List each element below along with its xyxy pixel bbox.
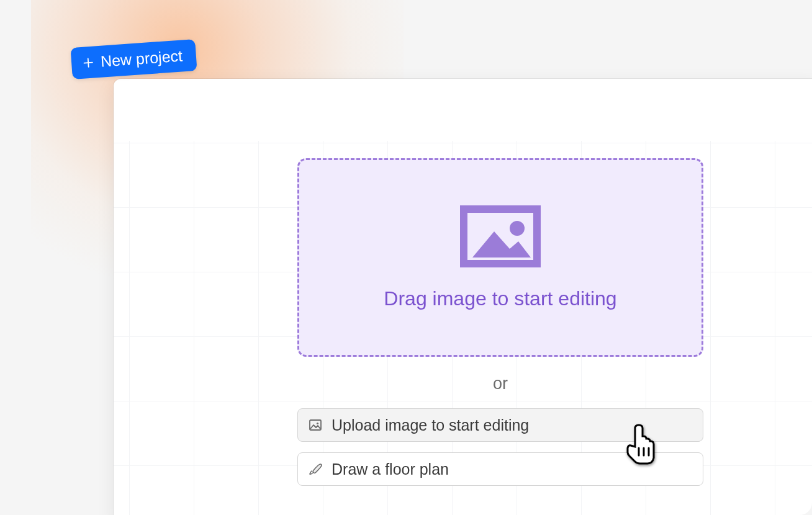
plus-icon	[82, 56, 95, 69]
upload-image-label: Upload image to start editing	[332, 416, 529, 434]
draw-floor-plan-label: Draw a floor plan	[332, 460, 449, 478]
svg-rect-6	[310, 420, 321, 430]
svg-point-7	[317, 423, 318, 424]
upload-image-button[interactable]: Upload image to start editing	[297, 408, 703, 442]
image-icon	[460, 205, 541, 267]
svg-line-1	[84, 62, 92, 63]
dropzone-prompt: Drag image to start editing	[384, 287, 616, 310]
image-icon	[308, 418, 323, 432]
image-dropzone[interactable]: Drag image to start editing	[297, 158, 703, 357]
separator-text: or	[297, 374, 703, 393]
draw-floor-plan-button[interactable]: Draw a floor plan	[297, 452, 703, 486]
brush-icon	[308, 462, 323, 477]
canvas-panel: Drag image to start editing or Upload im…	[114, 79, 812, 515]
svg-point-4	[510, 221, 525, 236]
new-project-button[interactable]: New project	[70, 39, 197, 79]
new-project-label: New project	[100, 47, 183, 71]
